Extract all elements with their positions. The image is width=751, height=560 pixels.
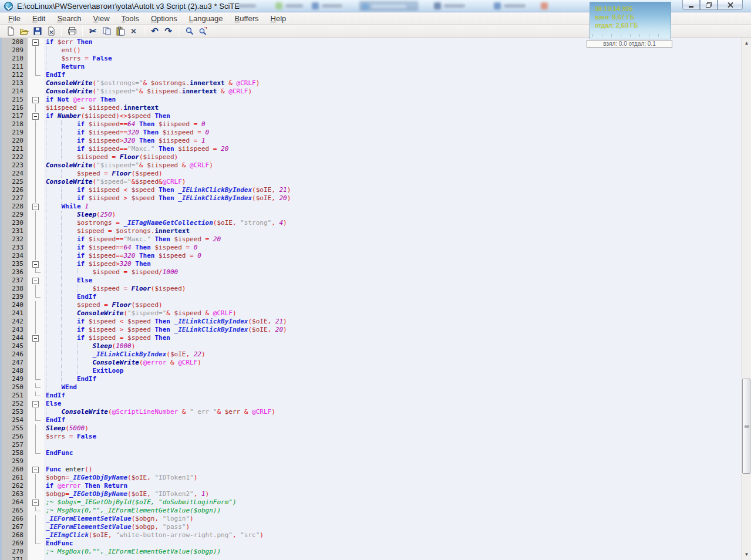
taskbar-ghost	[492, 1, 528, 11]
close-file-button[interactable]	[44, 25, 58, 38]
code-line-252: 252Else	[0, 400, 741, 408]
toolbar-separator	[61, 26, 62, 36]
code-line-245: 245Sleep(1000)	[0, 342, 741, 350]
open-file-button[interactable]	[17, 25, 31, 38]
paste-button[interactable]	[113, 25, 127, 38]
code-line-251: 251EndIf	[0, 392, 741, 400]
scite-window: E:\coLinux\PWServer\автоит\yota\AutoIt v…	[0, 0, 751, 560]
replace-button[interactable]	[196, 25, 210, 38]
code-line-241: 241ConsoleWrite("$ispeed="& $ispeed & @C…	[0, 309, 741, 318]
scrollbar-down-arrow-icon[interactable]: ▼	[742, 549, 751, 559]
scrollbar-grip-icon	[745, 425, 749, 429]
code-line-242: 242if $ispeed < $speed Then _IELinkClick…	[0, 318, 741, 326]
menu-help[interactable]: Help	[265, 14, 292, 24]
vertical-scrollbar[interactable]: ▲ ▼	[741, 38, 751, 560]
save-file-button[interactable]	[31, 25, 44, 38]
code-line-220: 220if $iispeed>320 Then $iispeed = 1	[0, 137, 741, 145]
new-file-icon	[6, 26, 15, 36]
code-line-260: 260Func enter()	[0, 465, 741, 474]
redo-icon: ↷	[164, 26, 172, 36]
code-line-235: 235if $ispeed>320 Then	[0, 260, 741, 268]
code-line-243: 243if $ispeed > $speed Then _IELinkClick…	[0, 326, 741, 334]
close-button[interactable]	[718, 0, 743, 10]
menu-view[interactable]: View	[87, 14, 116, 24]
code-line-270: 270;~ MsgBox(0,"",_IEFormElementGetValue…	[0, 548, 741, 556]
code-line-271: 271	[0, 556, 741, 560]
new-file-button[interactable]	[4, 25, 17, 38]
code-line-223: 223ConsoleWrite("$iispeed="& $iispeed & …	[0, 161, 741, 170]
window-left-border	[0, 38, 2, 560]
menu-search[interactable]: Search	[51, 14, 87, 24]
undo-button[interactable]: ↶	[148, 25, 161, 38]
code-line-259: 259	[0, 457, 741, 465]
copy-icon	[102, 26, 112, 36]
menu-tools[interactable]: Tools	[116, 14, 145, 24]
network-rate-bar[interactable]: взял: 0.0 отдал: 0.1	[587, 40, 672, 48]
code-line-255: 255Sleep(5000)	[0, 424, 741, 433]
close-file-icon	[46, 26, 56, 36]
redo-button[interactable]: ↷	[161, 25, 175, 38]
restore-button[interactable]	[700, 0, 718, 10]
code-line-216: 216$iispeed = $iispeed.innertext	[0, 104, 741, 112]
code-line-215: 215if Not @error Then	[0, 96, 741, 104]
menu-buffers[interactable]: Buffers	[229, 14, 265, 24]
network-monitor-overlay[interactable]: 98:19:14:395 взял: 9,67 ГБ отдал: 2,60 Г…	[590, 2, 671, 39]
code-line-268: 268_IEImgClick($oIE, "white-button-arrow…	[0, 531, 741, 539]
menu-options[interactable]: Options	[145, 14, 183, 24]
open-file-icon	[19, 26, 29, 36]
copy-button[interactable]	[100, 25, 113, 38]
window-title: E:\coLinux\PWServer\автоит\yota\AutoIt v…	[17, 2, 240, 11]
toolbar-separator	[144, 26, 144, 36]
code-line-225: 225ConsoleWrite("$speed="&$speed&@CRLF)	[0, 178, 741, 186]
window-controls	[682, 0, 743, 10]
scrollbar-thumb[interactable]	[742, 379, 750, 474]
menu-language[interactable]: Language	[183, 14, 229, 24]
scrollbar-up-arrow-icon[interactable]: ▲	[742, 38, 751, 48]
code-line-211: 211Return	[0, 63, 741, 71]
code-line-217: 217if Number($iispeed)<>$speed Then	[0, 112, 741, 120]
toolbar-separator	[179, 26, 179, 36]
code-line-210: 210$srrs = False	[0, 55, 741, 63]
network-graph-axis	[592, 34, 668, 37]
code-line-224: 224$speed = Floor($speed)	[0, 170, 741, 178]
taskbar-ghost	[274, 1, 303, 11]
code-line-236: 236$ispeed = $ispeed/1000	[0, 268, 741, 276]
cut-button[interactable]: ✂	[86, 25, 100, 38]
code-line-248: 248ExitLoop	[0, 367, 741, 375]
minimize-button[interactable]	[682, 0, 700, 10]
network-uploaded: отдал: 2,60 ГБ	[595, 21, 671, 29]
code-editor[interactable]: 208if $err Then209ent()210$srrs = False2…	[0, 38, 741, 560]
find-button[interactable]	[183, 25, 196, 38]
code-line-221: 221if $iispeed=="Макс." Then $iispeed = …	[0, 145, 741, 153]
code-line-219: 219if $iispeed==320 Then $iispeed = 0	[0, 129, 741, 137]
replace-icon	[198, 26, 208, 36]
code-line-262: 262if @error Then Return	[0, 482, 741, 490]
code-line-209: 209ent()	[0, 46, 741, 55]
code-line-227: 227if $iispeed > $speed Then _IELinkClic…	[0, 194, 741, 203]
undo-icon: ↶	[151, 26, 159, 36]
code-line-233: 233if $ispeed==64 Then $ispeed = 0	[0, 244, 741, 252]
code-line-250: 250WEnd	[0, 383, 741, 392]
print-button[interactable]	[65, 25, 79, 38]
code-line-269: 269EndFunc	[0, 539, 741, 548]
code-line-229: 229Sleep(250)	[0, 211, 741, 219]
paste-icon	[116, 26, 125, 36]
code-line-258: 258EndFunc	[0, 449, 741, 457]
code-line-257: 257	[0, 441, 741, 449]
code-line-230: 230$ostrongs = _IETagNameGetCollection($…	[0, 219, 741, 227]
find-icon	[185, 26, 194, 36]
taskbar-ghost	[432, 1, 467, 11]
network-current-rate: взял: 0.0 отдал: 0.1	[603, 41, 656, 47]
menu-edit[interactable]: Edit	[26, 14, 51, 24]
code-line-213: 213ConsoleWrite("$ostrongs="& $ostrongs.…	[0, 79, 741, 87]
code-line-244: 244if $ispeed = $speed Then	[0, 334, 741, 342]
code-line-228: 228While 1	[0, 203, 741, 211]
code-line-231: 231$ispeed = $ostrongs.innertext	[0, 227, 741, 235]
network-uptime: 98:19:14:395	[595, 5, 671, 13]
delete-button[interactable]: ×	[127, 25, 140, 38]
code-line-237: 237Else	[0, 276, 741, 285]
code-line-234: 234if $ispeed==320 Then $ispeed = 0	[0, 252, 741, 260]
menu-file[interactable]: File	[2, 14, 26, 24]
code-line-264: 264;~ $obgs=_IEGetObjById($oIE, "doSubmi…	[0, 498, 741, 507]
code-line-222: 222$iispeed = Floor($iispeed)	[0, 153, 741, 161]
